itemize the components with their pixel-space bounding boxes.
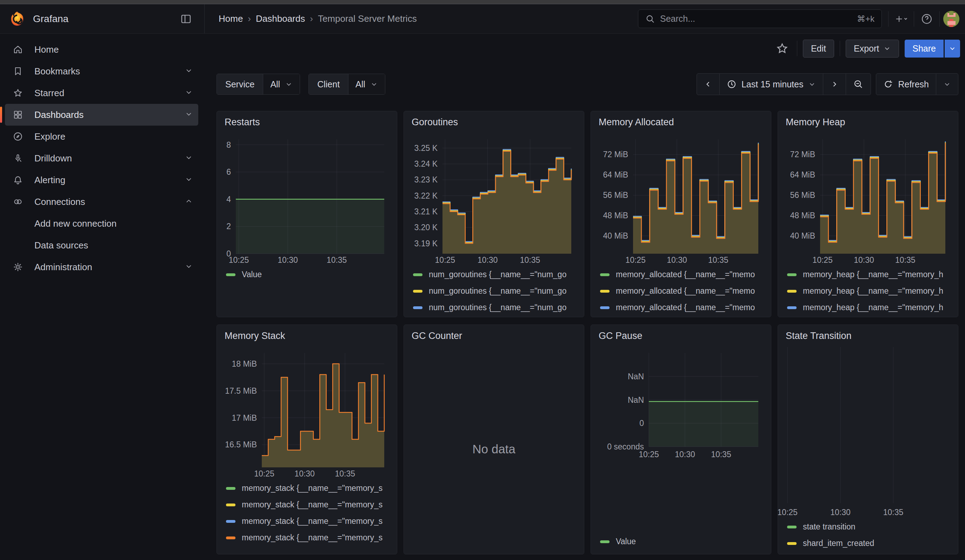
panel-title[interactable]: Memory Heap: [778, 111, 958, 131]
legend-item[interactable]: memory_stack {__name__="memory_s: [226, 496, 393, 513]
refresh-interval-button[interactable]: [936, 73, 958, 95]
chevron-down-icon[interactable]: [184, 88, 193, 98]
chevron-down-icon: [808, 80, 816, 88]
panel-title[interactable]: GC Counter: [404, 325, 584, 344]
panel-title[interactable]: Memory Allocated: [591, 111, 771, 131]
chart-state[interactable]: 10:2510:3010:35: [778, 344, 958, 518]
svg-text:4: 4: [226, 195, 231, 204]
sidebar-toggle-icon[interactable]: [177, 10, 195, 28]
time-forward-button[interactable]: [823, 73, 846, 95]
panel-title[interactable]: State Transition: [778, 325, 958, 344]
svg-text:3.19 K: 3.19 K: [414, 239, 438, 248]
avatar[interactable]: [943, 11, 959, 27]
svg-text:18 MiB: 18 MiB: [232, 359, 257, 368]
chevron-down-icon[interactable]: [184, 175, 193, 185]
service-filter-value[interactable]: All: [263, 74, 300, 95]
chart-restarts[interactable]: 8642010:2510:3010:35: [217, 131, 397, 266]
legend-label: Value: [242, 270, 262, 279]
legend-item[interactable]: memory_allocated {__name__="memo: [600, 316, 767, 317]
legend-item[interactable]: memory_heap {__name__="memory_h: [787, 266, 954, 283]
sidebar-item-dashboards[interactable]: Dashboards: [5, 104, 198, 126]
breadcrumb-item[interactable]: Dashboards: [256, 13, 305, 24]
zoom-out-icon: [853, 79, 864, 90]
chevron-down-icon[interactable]: [184, 262, 193, 272]
svg-text:3.25 K: 3.25 K: [414, 144, 438, 153]
legend-item[interactable]: memory_heap {__name__="memory_h: [787, 283, 954, 299]
chart-goroutines[interactable]: 3.25 K3.24 K3.23 K3.22 K3.21 K3.20 K3.19…: [404, 131, 584, 266]
chevron-down-icon[interactable]: [184, 153, 193, 163]
panel-title[interactable]: Goroutines: [404, 111, 584, 131]
svg-text:17 MiB: 17 MiB: [232, 413, 257, 423]
legend-item[interactable]: memory_heap {__name__="memory_h: [787, 299, 954, 316]
legend-swatch-icon: [226, 537, 236, 539]
legend-item[interactable]: Value: [226, 266, 393, 283]
legend-item[interactable]: memory_allocated {__name__="memo: [600, 299, 767, 316]
legend-item[interactable]: Value: [600, 533, 767, 550]
legend-item[interactable]: num_goroutines {__name__="num_go: [413, 266, 580, 283]
svg-text:10:30: 10:30: [675, 450, 695, 459]
legend-item[interactable]: memory_allocated {__name__="memo: [600, 266, 767, 283]
favorite-star-icon[interactable]: [773, 39, 791, 57]
refresh-button[interactable]: Refresh: [876, 73, 936, 95]
svg-text:48 MiB: 48 MiB: [603, 211, 628, 220]
sidebar-item-starred[interactable]: Starred: [5, 82, 198, 104]
chevron-down-icon[interactable]: [184, 109, 193, 120]
legend: memory_heap {__name__="memory_hmemory_he…: [778, 266, 958, 317]
svg-text:0: 0: [640, 419, 644, 428]
zoom-out-button[interactable]: [846, 73, 871, 95]
legend-item[interactable]: memory_heap {__name__="memory_h: [787, 316, 954, 317]
sidebar-item-drilldown[interactable]: Drilldown: [5, 147, 198, 169]
legend-item[interactable]: memory_stack {__name__="memory_s: [226, 513, 393, 529]
legend-item[interactable]: shard_item_created: [787, 535, 954, 552]
sidebar-item-add-new-connection[interactable]: Add new connection: [5, 213, 198, 234]
panel-title[interactable]: Memory Stack: [217, 325, 397, 344]
legend-item[interactable]: memory_stack {__name__="memory_s: [226, 529, 393, 546]
legend-label: Value: [616, 537, 636, 546]
svg-text:48 MiB: 48 MiB: [790, 211, 815, 220]
home-icon: [13, 44, 25, 55]
add-new-icon[interactable]: [892, 10, 910, 28]
sidebar-item-data-sources[interactable]: Data sources: [5, 234, 198, 256]
time-range-picker[interactable]: Last 15 minutes: [720, 73, 824, 95]
sidebar-item-bookmarks[interactable]: Bookmarks: [5, 60, 198, 82]
legend-item[interactable]: memory_allocated {__name__="memo: [600, 283, 767, 299]
panel-title[interactable]: Restarts: [217, 111, 397, 131]
chevron-down-icon[interactable]: [184, 66, 193, 77]
legend-label: memory_allocated {__name__="memo: [616, 303, 755, 312]
chart-mem_alloc[interactable]: 72 MiB64 MiB56 MiB48 MiB40 MiB10:2510:30…: [591, 131, 771, 266]
sidebar-item-connections[interactable]: Connections: [5, 191, 198, 213]
chevron-up-icon[interactable]: [184, 196, 193, 207]
sidebar-item-home[interactable]: Home: [5, 39, 198, 60]
sidebar-item-administration[interactable]: Administration: [5, 256, 198, 278]
legend-item[interactable]: num_goroutines {__name__="num_go: [413, 299, 580, 316]
legend-swatch-icon: [413, 273, 422, 276]
client-filter-value[interactable]: All: [348, 74, 385, 95]
grafana-logo-icon[interactable]: [9, 11, 25, 27]
sidebar-item-explore[interactable]: Explore: [5, 126, 198, 147]
time-back-button[interactable]: [697, 73, 720, 95]
sidebar-item-label: Administration: [34, 262, 184, 273]
help-icon[interactable]: [918, 10, 936, 28]
export-button[interactable]: Export: [846, 40, 899, 57]
sidebar-item-alerting[interactable]: Alerting: [5, 169, 198, 191]
share-button[interactable]: Share: [904, 40, 944, 57]
share-menu-button[interactable]: [945, 40, 960, 57]
edit-button[interactable]: Edit: [803, 40, 834, 57]
legend-item[interactable]: num_goroutines {__name__="num_go: [413, 283, 580, 299]
legend-item[interactable]: num_goroutines {__name__="num_go: [413, 316, 580, 317]
search-box[interactable]: ⌘+k: [638, 10, 882, 28]
sidebar-item-label: Drilldown: [34, 153, 184, 164]
svg-text:10:25: 10:25: [254, 469, 275, 478]
breadcrumb-item[interactable]: Home: [219, 13, 243, 24]
nav-left: Grafana: [0, 4, 204, 33]
search-input[interactable]: [660, 14, 852, 24]
chart-mem_stack[interactable]: 18 MiB17.5 MiB17 MiB16.5 MiB10:2510:3010…: [217, 344, 397, 479]
chart-gc_pause[interactable]: NaNNaN00 seconds10:2510:3010:35: [591, 344, 771, 460]
chart-mem_heap[interactable]: 72 MiB64 MiB56 MiB48 MiB40 MiB10:2510:30…: [778, 131, 958, 266]
panel-title[interactable]: GC Pause: [591, 325, 771, 344]
panel-state: State Transition10:2510:3010:35state tra…: [778, 325, 958, 554]
legend-item[interactable]: memory_stack {__name__="memory_s: [226, 480, 393, 496]
legend-item[interactable]: state transition: [787, 519, 954, 535]
legend-swatch-icon: [787, 542, 797, 545]
legend-label: state transition: [803, 522, 855, 532]
